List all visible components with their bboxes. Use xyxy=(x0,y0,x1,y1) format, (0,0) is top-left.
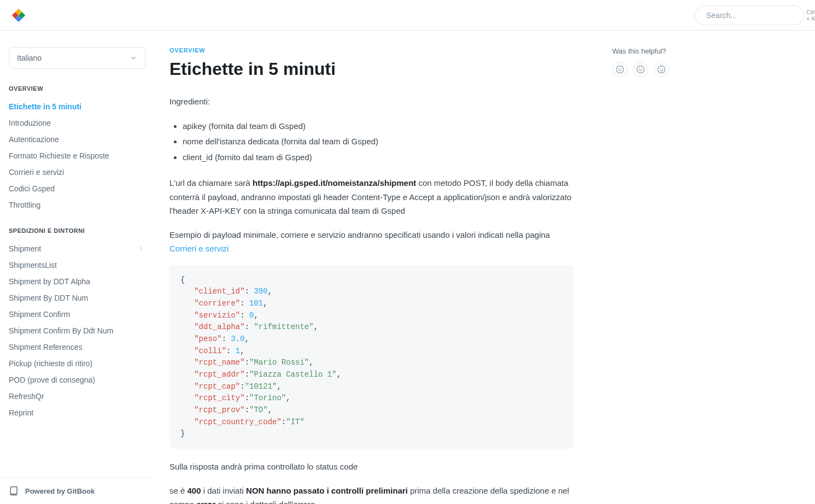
svg-point-9 xyxy=(621,68,621,69)
search-input[interactable] xyxy=(706,11,802,20)
sidebar-item-label: POD (prove di consegna) xyxy=(9,376,95,384)
ingredients-label: Ingredienti: xyxy=(169,95,574,109)
sidebar-item[interactable]: Introduzione xyxy=(9,115,144,131)
sidebar-item-label: Throttling xyxy=(9,201,40,209)
svg-point-14 xyxy=(658,66,665,73)
sidebar-heading: OVERVIEW xyxy=(9,85,144,92)
sidebar-item[interactable]: ShipmentsList xyxy=(9,257,144,273)
sidebar-item[interactable]: Corrieri e servizi xyxy=(9,164,144,180)
gitbook-icon xyxy=(9,485,20,496)
code-block: { "client_id": 390, "corriere": 101, "se… xyxy=(169,266,574,449)
sidebar-item-label: Shipment References xyxy=(9,343,83,351)
app-logo[interactable] xyxy=(11,8,26,23)
sidebar-item-label: Reprint xyxy=(9,408,33,417)
sidebar-item[interactable]: Shipment References xyxy=(9,339,144,355)
article: OVERVIEW Etichette in 5 minuti Ingredien… xyxy=(153,31,601,504)
chevron-down-icon xyxy=(130,54,137,62)
sidebar-item[interactable]: Shipment by DDT Alpha xyxy=(9,273,144,290)
ingredients-list: apikey (fornita dal team di Gsped)nome d… xyxy=(183,119,574,166)
svg-point-12 xyxy=(642,68,642,69)
search-shortcut: Ctrl + K xyxy=(806,9,815,22)
sidebar-item-label: Shipment Confirm xyxy=(9,310,70,319)
sidebar-item[interactable]: Formato Richieste e Risposte xyxy=(9,148,144,164)
feedback-panel: Was this helpful? xyxy=(601,31,743,504)
url-paragraph: L'url da chiamare sarà https://api.gsped… xyxy=(169,176,574,218)
error-400-paragraph: se è 400 i dati inviati NON hanno passat… xyxy=(169,484,574,504)
svg-point-15 xyxy=(660,68,661,69)
article-title: Etichette in 5 minuti xyxy=(169,59,574,79)
sidebar-item[interactable]: Shipment xyxy=(9,241,144,257)
svg-point-16 xyxy=(662,68,663,69)
list-item: apikey (fornita dal team di Gsped) xyxy=(183,119,574,134)
sidebar-item[interactable]: RefreshQr xyxy=(9,388,144,405)
powered-by[interactable]: Powered by GitBook xyxy=(0,477,153,504)
sidebar-item[interactable]: Shipment Confirm xyxy=(9,306,144,323)
top-bar: Ctrl + K xyxy=(0,0,815,31)
sidebar-item-label: Shipment xyxy=(9,244,41,253)
sidebar-heading: SPEDIZIONI E DINTORNI xyxy=(9,227,144,234)
sidebar-item-label: ShipmentsList xyxy=(9,261,57,269)
article-eyebrow: OVERVIEW xyxy=(169,47,574,54)
list-item: client_id (fornito dal team di Gsped) xyxy=(183,150,574,166)
sidebar: Italiano OVERVIEWEtichette in 5 minutiIn… xyxy=(0,31,153,504)
language-select[interactable]: Italiano xyxy=(9,47,145,69)
svg-point-11 xyxy=(640,68,640,69)
sidebar-item-label: Formato Richieste e Risposte xyxy=(9,151,109,160)
corrieri-link[interactable]: Corrieri e servizi xyxy=(169,244,228,253)
svg-point-7 xyxy=(616,66,623,73)
feedback-label: Was this helpful? xyxy=(612,47,732,55)
svg-point-8 xyxy=(619,68,619,69)
sidebar-item[interactable]: Reprint xyxy=(9,405,144,421)
feedback-neutral[interactable] xyxy=(633,62,648,77)
sidebar-item-label: RefreshQr xyxy=(9,392,44,401)
status-paragraph: Sulla risposta andrà prima controllato l… xyxy=(169,460,574,474)
feedback-happy[interactable] xyxy=(654,62,669,77)
sidebar-item[interactable]: Shipment Confirm By Ddt Num xyxy=(9,323,144,339)
sidebar-item-label: Shipment by DDT Alpha xyxy=(9,277,90,286)
sidebar-item-label: Shipment By DDT Num xyxy=(9,294,88,302)
sidebar-item[interactable]: Throttling xyxy=(9,197,144,213)
sidebar-item-label: Corrieri e servizi xyxy=(9,168,64,177)
feedback-sad[interactable] xyxy=(612,62,628,77)
list-item: nome dell'istanza dedicata (fornita dal … xyxy=(183,134,574,150)
sidebar-item[interactable]: Pickup (richieste di ritiro) xyxy=(9,355,144,372)
sidebar-item[interactable]: Etichette in 5 minuti xyxy=(9,98,144,115)
sidebar-item[interactable]: Shipment By DDT Num xyxy=(9,290,144,306)
search-box[interactable]: Ctrl + K xyxy=(695,5,804,25)
sidebar-item-label: Shipment Confirm By Ddt Num xyxy=(9,326,113,335)
sidebar-item-label: Etichette in 5 minuti xyxy=(9,102,81,111)
sidebar-item[interactable]: POD (prove di consegna) xyxy=(9,372,144,388)
language-selected: Italiano xyxy=(17,54,42,62)
sidebar-item[interactable]: Codici Gsped xyxy=(9,180,144,197)
sidebar-item-label: Codici Gsped xyxy=(9,184,55,193)
svg-point-10 xyxy=(637,66,644,73)
sidebar-item-label: Pickup (richieste di ritiro) xyxy=(9,359,92,368)
example-paragraph: Esempio di payload minimale, corriere e … xyxy=(169,228,574,256)
sidebar-item-label: Introduzione xyxy=(9,119,51,127)
sidebar-item-label: Autenticazione xyxy=(9,135,59,144)
chevron-right-icon xyxy=(138,244,144,253)
sidebar-item[interactable]: Autenticazione xyxy=(9,131,144,148)
